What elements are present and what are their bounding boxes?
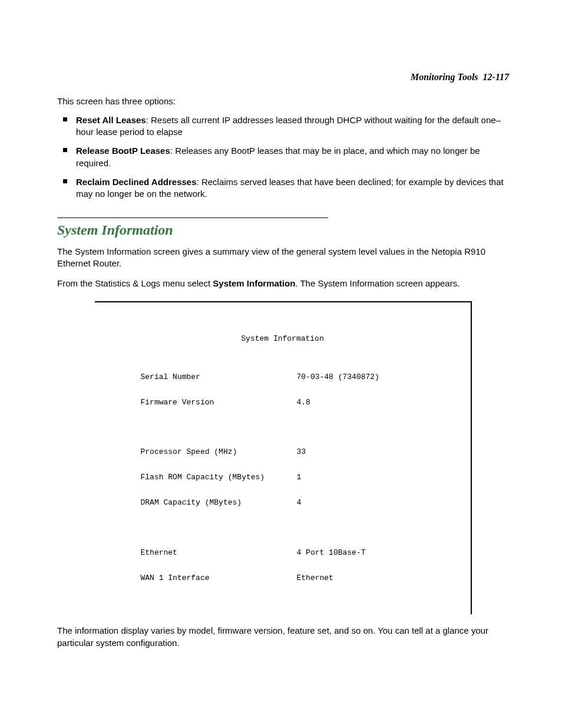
terminal-value: 1 bbox=[297, 473, 458, 482]
terminal-screen: System Information Serial Number70-03-48… bbox=[95, 301, 472, 614]
page: Monitoring Tools 12-117 This screen has … bbox=[0, 0, 562, 728]
intro-text: This screen has three options: bbox=[57, 95, 509, 107]
terminal-label: WAN 1 Interface bbox=[108, 574, 297, 582]
paragraph-3: The information display varies by model,… bbox=[57, 625, 509, 649]
terminal-label: Firmware Version bbox=[108, 398, 297, 407]
option-reclaim-declined-addresses: Reclaim Declined Addresses: Reclaims ser… bbox=[57, 176, 509, 200]
header-section: Monitoring Tools bbox=[411, 72, 478, 82]
terminal-row: Ethernet4 Port 10Base-T bbox=[108, 549, 458, 557]
para2-bold: System Information bbox=[213, 278, 295, 288]
option-term: Release BootP Leases bbox=[76, 146, 170, 156]
terminal-row: Firmware Version4.8 bbox=[108, 398, 458, 407]
page-header: Monitoring Tools 12-117 bbox=[57, 71, 509, 84]
terminal-value: 70-03-48 (7340872) bbox=[297, 373, 458, 381]
para2-post: . The System Information screen appears. bbox=[295, 278, 459, 288]
section-title: System Information bbox=[57, 220, 509, 239]
paragraph-1: The System Information screen gives a su… bbox=[57, 246, 509, 270]
para2-pre: From the Statistics & Logs menu select bbox=[57, 278, 213, 288]
terminal-row: Serial Number70-03-48 (7340872) bbox=[108, 373, 458, 381]
option-release-bootp-leases: Release BootP Leases: Releases any BootP… bbox=[57, 145, 509, 169]
option-reset-all-leases: Reset All Leases: Resets all current IP … bbox=[57, 114, 509, 139]
terminal-title: System Information bbox=[108, 335, 458, 343]
terminal-value: 4 Port 10Base-T bbox=[297, 549, 458, 557]
terminal-value: Ethernet bbox=[297, 574, 458, 582]
terminal-label: DRAM Capacity (MBytes) bbox=[108, 499, 297, 507]
terminal-label: Flash ROM Capacity (MBytes) bbox=[108, 473, 297, 482]
terminal-label: Processor Speed (MHz) bbox=[108, 448, 297, 456]
terminal-label: Ethernet bbox=[108, 549, 297, 557]
option-term: Reclaim Declined Addresses bbox=[76, 177, 197, 187]
header-page-number: 12-117 bbox=[483, 72, 509, 82]
options-list: Reset All Leases: Resets all current IP … bbox=[57, 114, 509, 200]
option-term: Reset All Leases bbox=[76, 115, 146, 125]
terminal-row: Processor Speed (MHz)33 bbox=[108, 448, 458, 456]
section-divider bbox=[57, 218, 328, 218]
terminal-label: Serial Number bbox=[108, 373, 297, 381]
terminal-row: WAN 1 InterfaceEthernet bbox=[108, 574, 458, 582]
terminal-value: 33 bbox=[297, 448, 458, 456]
terminal-row: DRAM Capacity (MBytes)4 bbox=[108, 499, 458, 507]
paragraph-2: From the Statistics & Logs menu select S… bbox=[57, 278, 509, 289]
terminal-value: 4.8 bbox=[297, 398, 458, 407]
terminal-value: 4 bbox=[297, 499, 458, 507]
terminal-row: Flash ROM Capacity (MBytes)1 bbox=[108, 473, 458, 482]
